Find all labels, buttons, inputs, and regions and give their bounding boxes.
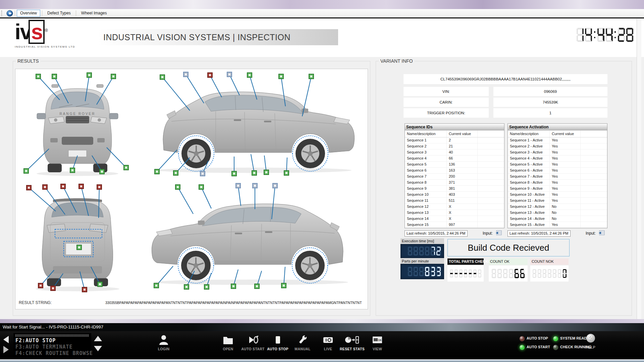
table-row[interactable]: Sequence 12X [405,204,504,210]
table-row[interactable]: Sequence 340 [405,149,504,156]
toolbar-separator [76,10,76,16]
table-row[interactable]: Sequence 15997 [405,222,504,228]
table-row[interactable]: Sequence 6163 [405,168,504,174]
table-row[interactable]: Sequence 9381 [405,186,504,192]
toolbar-grip[interactable] [1,10,4,16]
desktop-strip [0,0,644,9]
trigger-position-value: 1 [493,108,607,118]
lcd-function-line: F2:AUTO STOP [15,338,89,344]
header: ivs® INDUSTRIAL VISION SYSTEMS LTD INDUS… [0,18,644,57]
sequence-activation-input-label: Input: [586,231,596,236]
vin-label: VIN: [404,87,489,96]
lcd-page-left-arrow[interactable] [3,336,9,343]
sequence-ids-input-label: Input: [483,231,493,236]
login-button[interactable]: LOGIN [152,334,176,351]
lcd-function-line: F4:CHECK ROUTINE BROWSE [15,350,89,357]
back-button[interactable] [6,10,13,17]
table-row[interactable]: Sequence 13X [405,210,504,216]
sequence-ids-last-refresh: Last refresh: 10/5/2015, 2:44:26 PM [405,230,468,237]
count-ok-label: COUNT OK [489,258,528,265]
build-code-banner: Build Code Recieved [447,239,570,256]
table-row[interactable]: Sequence 5 - ActiveYes [508,162,607,168]
vin-value: 096069 [493,87,607,96]
open-button[interactable]: OPEN [216,334,240,351]
table-row[interactable]: Sequence 6 - ActiveYes [508,168,607,174]
table-row[interactable]: Sequence 7 - ActiveYes [508,174,607,180]
execution-time-display [400,244,444,258]
system-ready-led [553,336,558,342]
tab-defect-types[interactable]: Defect Types [44,10,74,17]
table-row[interactable]: Sequence 9 - ActiveYes [508,186,607,192]
registered-mark: ® [45,28,48,33]
tab-wheel-images[interactable]: Wheel Images [78,10,110,17]
parts-per-minute-display [400,264,444,279]
car-rear-view [22,184,133,294]
user-icon [158,334,170,346]
table-row[interactable]: Sequence 8 - ActiveYes [508,180,607,186]
toolbar-separator [42,10,42,16]
view-icon: OK [371,334,383,346]
table-row[interactable]: Sequence 10 - ActiveYes [508,192,607,198]
variant-info-label: VARIANT INFO [379,58,415,64]
total-parts-checked-display [447,265,484,282]
table-row[interactable]: Sequence 12 - ActiveNo [508,204,607,210]
lcd-function-line: F3:AUTO TERMINATE [15,344,89,350]
table-row[interactable]: Sequence 2 - ActiveYes [508,143,607,149]
table-row[interactable]: Sequence 13 - ActiveNo [508,210,607,216]
table-row[interactable]: Sequence 15 - ActiveYes [508,222,607,228]
table-row[interactable]: Sequence 8371 [405,180,504,186]
main-area: RESULTS RANGE ROVER [0,57,644,319]
table-row[interactable]: Sequence 11511 [405,198,504,204]
table-row[interactable]: Sequence 3 - ActiveYes [508,149,607,156]
table-row[interactable]: Sequence 11 - ActiveYes [508,198,607,204]
table-row[interactable]: Sequence 466 [405,156,504,162]
table-row[interactable]: Sequence 4 - ActiveYes [508,156,607,162]
tab-overview[interactable]: Overview [17,10,40,17]
table-header: Name/descriptionCurrent value [508,130,607,137]
live-button[interactable]: LIVE [316,334,340,351]
variant-info-group: VARIANT INFO CL745539K096069GRJ02BBBBBAA… [376,61,632,316]
result-string-value: 330355BPAPAPAPAPAPAPAPAPAPAPANTNTNTNTPAP… [105,301,364,305]
auto-start-button[interactable]: AUTO START [241,334,265,351]
auto-stop-button[interactable]: AUTO STOP [266,334,290,351]
digital-clock [566,28,634,42]
system-ready-led-label: SYSTEM READY [560,336,589,340]
sequence-activation-input-icon[interactable] [598,230,605,237]
sequence-ids-body: Name/descriptionCurrent valueSequence 12… [405,130,504,228]
count-ok-display [489,265,528,282]
sequence-ids-table: Sequence IDs Name/descriptionCurrent val… [405,123,504,228]
auto-stop-led-label: AUTO STOP [527,336,548,340]
camera-icon [322,334,334,346]
reset-stats-button[interactable]: RESET STATS [339,334,366,351]
table-row[interactable]: Sequence 7200 [405,174,504,180]
sequence-activation-title: Sequence Activation [507,123,607,130]
lcd-scroll-up-arrow[interactable] [94,336,102,341]
sequence-ids-input-icon[interactable] [495,230,502,237]
lcd-scroll-down-arrow[interactable] [94,346,102,351]
toolbar-separator [15,10,15,16]
table-row[interactable]: Sequence 14 - ActiveNo [508,216,607,222]
table-row[interactable]: Sequence 1 - ActiveYes [508,137,607,143]
vertical-scrollbar[interactable] [637,19,641,319]
table-row[interactable]: Sequence 5136 [405,162,504,168]
sequence-activation-last-refresh: Last refresh: 10/5/2015, 2:44:26 PM [507,230,571,237]
help-button[interactable]: ? [586,334,595,343]
table-row[interactable]: Sequence 221 [405,143,504,149]
lcd-page-right-arrow[interactable] [3,346,9,353]
control-bar: F2:AUTO STOPF3:AUTO TERMINATEF4:CHECK RO… [0,331,644,359]
table-row[interactable]: Sequence 14X [405,216,504,222]
auto-start-led-label: AUTO START [527,345,550,349]
table-row[interactable]: Sequence 12 [405,137,504,143]
table-row[interactable]: Sequence 10403 [405,192,504,198]
range-rover-badge: RANGE ROVER [60,112,96,116]
svg-text:OK: OK [378,339,382,341]
logo-subtitle: INDUSTRIAL VISION SYSTEMS LTD [15,45,75,48]
wrench-icon [297,334,309,346]
manual-button[interactable]: MANUAL [290,334,315,351]
view-button[interactable]: OK VIEW [365,334,389,351]
desktop-strip-bottom [0,319,644,323]
total-parts-checked-label: TOTAL PARTS CHECKED [447,258,484,265]
table-header: Name/descriptionCurrent value [405,130,504,137]
results-group: RESULTS RANGE ROVER [13,61,370,316]
auto-stop-led [519,336,525,342]
